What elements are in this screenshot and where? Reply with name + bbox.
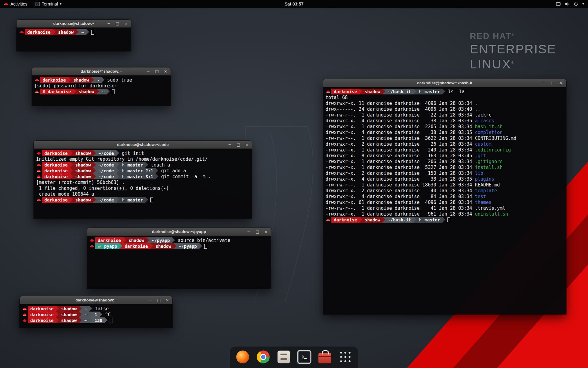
redhat-icon: [22, 312, 28, 317]
terminal-text: Initialized empty Git repository in /hom…: [36, 156, 208, 162]
minimize-button[interactable]: −: [148, 297, 152, 304]
terminal-line: darknoiseshadow~/pyapp source bin/activa…: [89, 237, 269, 243]
powerline-arrow-icon: [413, 217, 416, 223]
ls-entry-meta: -rw-rw-r--. 1 darknoise darknoise 3622 J…: [326, 135, 475, 141]
window-titlebar[interactable]: darknoise@shadow:~−□×: [17, 20, 131, 28]
file-name: themes: [475, 199, 492, 205]
prompt-segment: darknoise: [28, 306, 56, 312]
segment-label: ~: [84, 318, 87, 323]
window-titlebar[interactable]: darknoise@shadow:~−□×: [20, 296, 172, 304]
terminal-text: git add a: [158, 168, 186, 174]
prompt-segment: ~: [99, 89, 107, 94]
prompt-segment: ~: [82, 312, 89, 317]
terminal-window-t6[interactable]: darknoise@shadow:~/bash-it−□×darknoisesh…: [323, 79, 566, 314]
minimize-button[interactable]: −: [107, 20, 111, 27]
terminal-icon: [298, 351, 311, 363]
minimize-button[interactable]: −: [146, 68, 150, 75]
window-titlebar[interactable]: darknoise@shadow:~/pyapp−□×: [87, 228, 271, 236]
terminal-window-t3[interactable]: darknoise@shadow:~/code−□×darknoiseshado…: [34, 141, 252, 219]
dock-item-files[interactable]: [277, 350, 291, 364]
terminal-content[interactable]: darknoiseshadow~: [17, 28, 131, 36]
dock-item-terminal[interactable]: [297, 350, 311, 364]
window-title: darknoise@shadow:~/bash-it: [323, 81, 566, 85]
prompt-segment: 1: [92, 312, 100, 317]
terminal-line: -rw-rw-r--. 1 darknoise darknoise 41 Jan…: [326, 205, 564, 211]
terminal-window-t5[interactable]: darknoise@shadow:~−□×darknoiseshadow~ fa…: [20, 296, 172, 328]
python-icon: [98, 244, 103, 248]
minimize-button[interactable]: −: [542, 79, 546, 87]
maximize-button[interactable]: □: [157, 297, 161, 304]
segment-label: darknoise: [43, 78, 66, 82]
window-titlebar[interactable]: darknoise@shadow:~−□×: [32, 67, 171, 75]
powerline-arrow-icon: [91, 77, 94, 83]
terminal-line: pyappdarknoiseshadow~/pyapp: [89, 243, 269, 249]
segment-label: shadow: [365, 217, 380, 222]
powerline-arrow-icon: [119, 243, 122, 249]
clock[interactable]: Sat 03:57: [285, 2, 303, 6]
powerline-arrow-icon: [383, 217, 385, 223]
dock-item-app-grid[interactable]: [338, 350, 352, 364]
maximize-button[interactable]: □: [551, 79, 555, 87]
prompt-segment: darknoise: [28, 317, 56, 323]
system-status-area[interactable]: ▾: [552, 0, 588, 8]
file-name: completion: [475, 129, 503, 135]
terminal-line: -rwxrwxr-x. 1 darknoise darknoise 240 Ja…: [326, 147, 564, 153]
ls-entry-meta: drwxrwxr-x. 11 darknoise darknoise 4096 …: [326, 100, 475, 106]
terminal-window-t2[interactable]: darknoise@shadow:~−□×darknoiseshadow~ su…: [32, 67, 171, 106]
terminal-content[interactable]: darknoiseshadow~/pyapp source bin/activa…: [87, 236, 271, 251]
maximize-button[interactable]: □: [255, 228, 259, 236]
powerline-arrow-icon: [70, 174, 73, 179]
terminal-content[interactable]: darknoiseshadow~ sudo true[sudo] passwor…: [32, 75, 171, 96]
prompt-segment: shadow: [362, 217, 383, 223]
segment-label: darknoise: [44, 151, 68, 156]
chrome-icon: [257, 351, 270, 363]
dock-item-chrome[interactable]: [256, 350, 270, 364]
terminal-window-t1[interactable]: darknoise@shadow:~−□×darknoiseshadow~: [17, 20, 131, 51]
segment-label: shadow: [75, 174, 91, 179]
maximize-button[interactable]: □: [236, 141, 240, 148]
terminal-content[interactable]: darknoiseshadow~/bash-itmaster ls -latot…: [323, 87, 566, 224]
prompt-segment: darknoise: [42, 150, 70, 156]
terminal-line: -rw-rw-r--. 1 darknoise darknoise 22 Jan…: [326, 112, 564, 118]
segment-label: ~: [84, 312, 87, 317]
segment-label: shadow: [61, 318, 77, 323]
dock-item-firefox[interactable]: [236, 350, 250, 364]
minimize-button[interactable]: −: [247, 228, 251, 236]
ls-entry-meta: drwxrwxr-x. 8 darknoise darknoise 163 Ja…: [326, 153, 475, 159]
terminal-content[interactable]: darknoiseshadow~/code git initInitialize…: [34, 149, 252, 204]
maximize-button[interactable]: □: [115, 20, 119, 27]
terminal-text: [master (root-commit) 50bcb63] .: [36, 179, 125, 185]
prompt-segment: master: [416, 89, 443, 94]
terminal-line: darknoiseshadow~/codemaster touch a: [36, 162, 250, 168]
redhat-icon: [34, 77, 40, 83]
segment-label: ~: [96, 78, 99, 82]
terminal-line: -rwxrwxr-x. 1 darknoise darknoise 206 Ja…: [326, 159, 564, 164]
powerline-arrow-icon: [93, 197, 96, 203]
terminal-window-t4[interactable]: darknoise@shadow:~/pyapp−□×darknoiseshad…: [87, 228, 271, 289]
terminal-line: [sudo] password for darknoise:: [34, 83, 168, 89]
ls-entry-meta: drwxrwxr-x. 2 darknoise darknoise 40 Jan…: [326, 188, 475, 194]
dock-item-toolbox[interactable]: [318, 350, 332, 364]
terminal-text: 1 file changed, 0 insertions(+), 0 delet…: [36, 185, 169, 191]
terminal-line: -rw-rw-r--. 1 darknoise darknoise 18630 …: [326, 182, 564, 188]
close-button[interactable]: ×: [245, 141, 249, 148]
app-menu[interactable]: Terminal ▾: [31, 0, 65, 8]
window-titlebar[interactable]: darknoise@shadow:~/bash-it−□×: [323, 79, 566, 87]
close-button[interactable]: ×: [264, 228, 268, 236]
minimize-button[interactable]: −: [228, 141, 232, 148]
file-name: aliases: [475, 118, 494, 124]
close-button[interactable]: ×: [124, 20, 128, 27]
active-app-highlight: [297, 350, 311, 364]
segment-label: darknoise: [44, 174, 68, 179]
close-button[interactable]: ×: [559, 79, 563, 87]
ls-entry-meta: drwxrwxr-x. 61 darknoise darknoise 4096 …: [326, 199, 475, 205]
text-cursor: [447, 217, 450, 222]
activities-button[interactable]: Activities: [0, 0, 31, 8]
close-button[interactable]: ×: [164, 68, 168, 75]
window-titlebar[interactable]: darknoise@shadow:~/code−□×: [34, 141, 252, 149]
close-button[interactable]: ×: [165, 297, 169, 304]
maximize-button[interactable]: □: [155, 68, 159, 75]
segment-label: shadow: [156, 244, 171, 249]
terminal-content[interactable]: darknoiseshadow~ falsedarknoiseshadow~1 …: [20, 304, 172, 325]
chevron-down-icon: ▾: [60, 2, 62, 6]
